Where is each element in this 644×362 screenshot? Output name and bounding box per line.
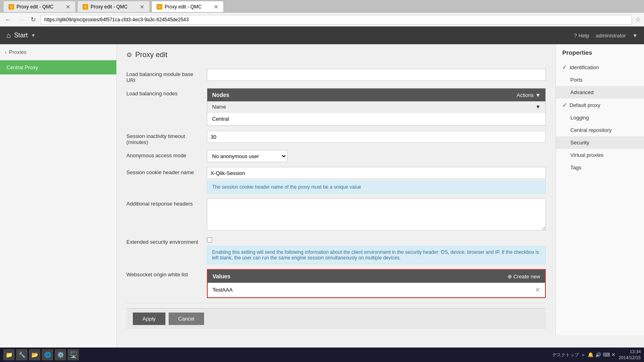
help-button[interactable]: ? Help	[574, 33, 589, 39]
prop-item-central-repository[interactable]: Central repository	[556, 124, 644, 136]
prop-item-default-proxy[interactable]: ✓ Default proxy	[556, 99, 644, 111]
load-balancing-uri-input[interactable]	[207, 69, 546, 81]
prop-item-identification[interactable]: ✓ Identification	[556, 61, 644, 74]
load-balancing-nodes-label: Load balancing nodes	[126, 88, 207, 97]
anonymous-access-row: Anonymous access mode No anonymous user …	[126, 150, 546, 162]
anonymous-access-select[interactable]: No anonymous user Allow anonymous Always…	[207, 150, 287, 162]
taskbar-icon-2[interactable]: 🔧	[16, 349, 27, 360]
prop-item-advanced[interactable]: Advanced	[556, 86, 644, 99]
browser-chrome: Q Proxy edit - QMC ✕ Q Proxy edit - QMC …	[0, 0, 644, 27]
taskbar: 📁 🔧 📂 🌐 ⚙️ 🖥️ デスクトップ » 🔔 🔊 ⌨ ✕ 13:34 201…	[0, 348, 644, 362]
prop-label-virtual-proxies: Virtual proxies	[570, 152, 603, 158]
extended-security-label: Extended security environment	[126, 237, 207, 245]
nodes-col-name: Name	[212, 104, 226, 110]
tab-favicon-1: Q	[8, 4, 14, 10]
values-header: Values ⊕ Create new	[208, 270, 545, 283]
header-left: ⌂ Start ▼	[6, 31, 36, 40]
app-header: ⌂ Start ▼ ? Help administrator ▼	[0, 27, 644, 44]
nodes-actions-button[interactable]: Actions ▼	[516, 92, 541, 98]
sidebar-item-label: Central Proxy	[6, 64, 38, 70]
prop-label-ports: Ports	[570, 77, 582, 83]
nodes-central-value: Central	[212, 116, 229, 122]
help-circle-icon: ?	[574, 33, 577, 39]
taskbar-icon-6[interactable]: 🖥️	[68, 349, 79, 360]
apply-button[interactable]: Apply	[133, 313, 165, 325]
address-input[interactable]	[41, 15, 632, 25]
header-right: ? Help administrator ▼	[574, 33, 638, 39]
desktop-label: デスクトップ	[552, 352, 579, 358]
prop-label-tags: Tags	[570, 165, 581, 171]
section-divider	[126, 303, 546, 303]
extended-security-checkbox[interactable]	[207, 237, 212, 243]
session-timeout-field	[207, 131, 546, 143]
sidebar-back-icon[interactable]: ‹	[5, 49, 6, 55]
cancel-button[interactable]: Cancel	[169, 313, 204, 325]
additional-headers-textarea[interactable]	[207, 198, 546, 230]
taskbar-arrow: »	[582, 352, 584, 357]
session-timeout-input[interactable]	[207, 131, 546, 143]
app-wrapper: ⌂ Start ▼ ? Help administrator ▼ ‹ Proxi…	[0, 27, 644, 362]
tab-3[interactable]: Q Proxy edit - QMC ✕	[151, 1, 224, 12]
values-row-1-value: TestAAA	[213, 287, 233, 293]
session-cookie-row: Session cookie header name The session c…	[126, 167, 546, 193]
sys-icon-4: ✕	[611, 352, 615, 358]
nodes-col-header: Name ▼	[207, 101, 545, 113]
page-title: Proxy edit	[135, 51, 167, 59]
page-title-bar: ⚙ Proxy edit	[126, 51, 546, 62]
header-dropdown-icon[interactable]: ▼	[31, 33, 36, 38]
sidebar: ‹ Proxies Central Proxy	[0, 44, 117, 362]
prop-label-default-proxy: Default proxy	[570, 102, 601, 108]
taskbar-icon-1[interactable]: 📁	[3, 349, 14, 360]
refresh-button[interactable]: ↻	[29, 15, 37, 24]
load-balancing-uri-field	[207, 69, 546, 81]
prop-item-security[interactable]: Security	[556, 136, 644, 149]
anonymous-access-label: Anonymous access mode	[126, 150, 207, 158]
additional-headers-row: Additional response headers	[126, 198, 546, 232]
browser-title-bar: Q Proxy edit - QMC ✕ Q Proxy edit - QMC …	[0, 0, 644, 13]
extended-security-checkbox-row	[207, 237, 546, 243]
tab-title-1: Proxy edit - QMC	[17, 4, 54, 10]
websocket-field: Values ⊕ Create new TestAAA ✕	[207, 269, 546, 298]
plus-icon: ⊕	[508, 274, 512, 280]
nodes-col-sort-icon[interactable]: ▼	[535, 104, 541, 110]
sys-icon-2: 🔊	[595, 352, 601, 358]
taskbar-icon-5[interactable]: ⚙️	[55, 349, 66, 360]
back-button[interactable]: ←	[3, 15, 13, 24]
values-row-1: TestAAA ✕	[208, 283, 545, 297]
additional-headers-label: Additional response headers	[126, 198, 207, 207]
prop-label-identification: Identification	[570, 64, 599, 70]
tab-2[interactable]: Q Proxy edit - QMC ✕	[77, 1, 150, 12]
values-row-1-delete[interactable]: ✕	[535, 286, 540, 294]
load-balancing-uri-row: Load balancing module base URI	[126, 69, 546, 83]
values-container: Values ⊕ Create new TestAAA ✕	[207, 269, 546, 298]
tab-close-3[interactable]: ✕	[214, 4, 219, 10]
forward-button[interactable]: →	[16, 15, 26, 24]
tab-close-1[interactable]: ✕	[66, 4, 70, 10]
tab-favicon-3: Q	[157, 4, 162, 10]
prop-item-virtual-proxies[interactable]: Virtual proxies	[556, 149, 644, 161]
sidebar-item-central-proxy[interactable]: Central Proxy	[0, 60, 116, 75]
tab-1[interactable]: Q Proxy edit - QMC ✕	[3, 1, 76, 12]
taskbar-right: デスクトップ » 🔔 🔊 ⌨ ✕ 13:34 2014/12/15	[552, 349, 641, 361]
app-title: Start	[14, 32, 28, 39]
bookmark-icon[interactable]: ☆	[635, 16, 641, 23]
user-label: administrator	[596, 33, 626, 39]
nodes-actions-arrow: ▼	[535, 92, 541, 98]
prop-label-advanced: Advanced	[570, 89, 594, 95]
prop-item-logging[interactable]: Logging	[556, 111, 644, 124]
prop-item-tags[interactable]: Tags	[556, 161, 644, 174]
browser-address-bar: ← → ↻ ☆	[0, 13, 644, 27]
user-dropdown-icon[interactable]: ▼	[632, 33, 638, 39]
create-new-button[interactable]: ⊕ Create new	[508, 274, 540, 280]
sidebar-back-label[interactable]: Proxies	[9, 49, 26, 55]
session-cookie-input[interactable]	[207, 167, 546, 179]
create-new-label: Create new	[514, 274, 540, 280]
tab-title-3: Proxy edit - QMC	[165, 4, 202, 10]
taskbar-icon-3[interactable]: 📂	[29, 349, 40, 360]
additional-headers-field	[207, 198, 546, 232]
taskbar-icon-4[interactable]: 🌐	[42, 349, 53, 360]
tab-close-2[interactable]: ✕	[140, 4, 144, 10]
load-balancing-nodes-row: Load balancing nodes Nodes Actions ▼	[126, 88, 546, 126]
prop-item-ports[interactable]: Ports	[556, 74, 644, 86]
sys-icon-1: 🔔	[588, 352, 594, 358]
